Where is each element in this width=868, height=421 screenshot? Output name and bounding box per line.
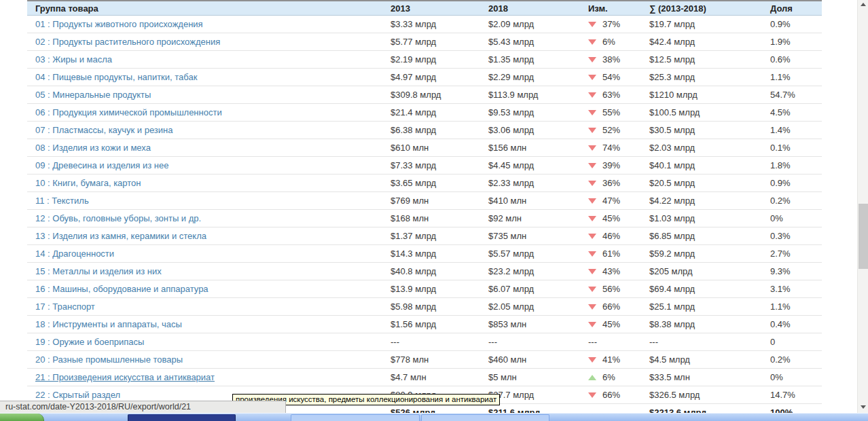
share-cell: 2.7% <box>770 245 822 263</box>
change-down-icon <box>588 57 596 62</box>
group-link[interactable]: 19 : Оружие и боеприпасы <box>35 337 144 347</box>
value-2018-cell: $3.06 млрд <box>488 122 588 139</box>
group-link[interactable]: 11 : Текстиль <box>35 196 89 206</box>
table-body: 01 : Продукты животного происхождения$3.… <box>27 16 822 404</box>
group-link[interactable]: 01 : Продукты животного происхождения <box>35 19 203 29</box>
change-cell: 47% <box>588 192 649 210</box>
table-row: 02 : Продукты растительного происхождени… <box>27 33 822 51</box>
group-cell: 14 : Драгоценности <box>27 245 391 263</box>
table-row: 06 : Продукция химической промышленности… <box>27 104 822 122</box>
sum-cell: $40.1 млрд <box>649 157 770 175</box>
group-link[interactable]: 10 : Книги, бумага, картон <box>35 178 141 188</box>
group-cell: 18 : Инструменты и аппараты, часы <box>27 316 391 333</box>
group-cell: 16 : Машины, оборудование и аппаратура <box>27 280 391 298</box>
change-value: 46% <box>602 231 620 241</box>
table-row: 01 : Продукты животного происхождения$3.… <box>27 16 822 33</box>
share-cell: 0.2% <box>770 192 822 210</box>
change-value: 38% <box>602 54 620 65</box>
change-down-icon <box>588 92 596 98</box>
group-cell: 02 : Продукты растительного происхождени… <box>27 33 391 51</box>
table-row: 09 : Древесина и изделия из нее$7.33 млр… <box>27 157 822 175</box>
change-cell: 74% <box>588 139 649 157</box>
group-link[interactable]: 18 : Инструменты и аппараты, часы <box>35 319 182 329</box>
group-link[interactable]: 09 : Древесина и изделия из нее <box>35 160 169 170</box>
change-value: 45% <box>602 319 620 329</box>
sum-cell: $12.5 млрд <box>649 51 770 69</box>
group-cell: 06 : Продукция химической промышленности <box>27 104 391 122</box>
value-2018-cell: $5.43 млрд <box>488 33 588 51</box>
taskbar-task-button[interactable] <box>291 414 420 421</box>
group-cell: 15 : Металлы и изделия из них <box>27 263 391 280</box>
status-url: ru-stat.com/date-Y2013-2018/RU/export/wo… <box>5 402 191 411</box>
value-2018-cell: $2.29 млрд <box>488 69 588 86</box>
group-link[interactable]: 02 : Продукты растительного происхождени… <box>35 37 220 47</box>
sum-cell: $19.7 млрд <box>649 16 770 33</box>
change-value: 74% <box>602 143 620 153</box>
sum-cell: --- <box>649 333 770 351</box>
taskbar-active-task-button[interactable] <box>128 414 236 421</box>
table-row: 20 : Разные промышленные товары$778 млн$… <box>27 351 822 369</box>
group-link[interactable]: 05 : Минеральные продукты <box>35 90 151 100</box>
value-2013-cell: $4.7 млн <box>391 369 488 386</box>
group-link[interactable]: 22 : Скрытый раздел <box>35 390 120 400</box>
group-link[interactable]: 06 : Продукция химической промышленности <box>35 107 222 117</box>
share-cell: 1.1% <box>770 69 822 86</box>
group-link[interactable]: 20 : Разные промышленные товары <box>35 354 183 365</box>
taskbar-start-button[interactable] <box>0 414 44 421</box>
change-value: 56% <box>602 284 620 294</box>
sum-cell: $2.03 млрд <box>649 139 770 157</box>
share-cell: 0% <box>770 369 822 386</box>
group-link[interactable]: 17 : Транспорт <box>35 301 95 312</box>
group-link[interactable]: 08 : Изделия из кожи и меха <box>35 143 151 153</box>
value-2013-cell: $14.3 млрд <box>391 245 488 263</box>
value-2018-cell: $2.33 млрд <box>488 175 588 192</box>
group-link[interactable]: 16 : Машины, оборудование и аппаратура <box>35 284 209 294</box>
change-down-icon <box>588 216 596 221</box>
scroll-down-arrow-icon[interactable] <box>861 405 866 409</box>
table-row: 04 : Пищевые продукты, напитки, табак$4.… <box>27 69 822 86</box>
value-2013-cell: $3.33 млрд <box>391 16 488 33</box>
share-cell: 0.4% <box>770 316 822 333</box>
sum-cell: $4.22 млрд <box>649 192 770 210</box>
change-down-icon <box>588 392 596 398</box>
change-down-icon <box>588 287 596 292</box>
change-down-icon <box>588 145 596 151</box>
value-2018-cell: $4.45 млрд <box>488 157 588 175</box>
change-cell: 6% <box>588 33 649 51</box>
vertical-scrollbar[interactable] <box>857 0 868 413</box>
group-link[interactable]: 15 : Металлы и изделия из них <box>35 266 162 276</box>
group-cell: 07 : Пластмассы, каучук и резина <box>27 122 391 139</box>
value-2018-cell: $5.57 млрд <box>488 245 588 263</box>
value-2013-cell: $1.37 млрд <box>391 227 488 245</box>
sum-cell: $20.5 млрд <box>649 175 770 192</box>
value-2018-cell: $5 млн <box>488 369 588 386</box>
scroll-up-arrow-icon[interactable] <box>861 3 866 6</box>
change-cell: 46% <box>588 227 649 245</box>
group-link[interactable]: 14 : Драгоценности <box>35 249 114 259</box>
table-row: 10 : Книги, бумага, картон$3.65 млрд$2.3… <box>27 175 822 192</box>
group-link[interactable]: 03 : Жиры и масла <box>35 54 112 65</box>
change-value: 41% <box>602 354 620 365</box>
table-row: 11 : Текстиль$769 млн$410 млн47%$4.22 мл… <box>27 192 822 210</box>
group-link[interactable]: 12 : Обувь, головные уборы, зонты и др. <box>35 213 201 223</box>
change-value: 6% <box>602 37 615 47</box>
value-2013-cell: $778 млн <box>391 351 488 369</box>
table-row: 17 : Транспорт$5.98 млрд$2.05 млрд66%$25… <box>27 298 822 316</box>
group-link[interactable]: 13 : Изделия из камня, керамики и стекла <box>35 231 206 241</box>
group-link[interactable]: 21 : Произведения искусства и антиквариа… <box>35 372 215 382</box>
scrollbar-thumb[interactable] <box>858 204 868 269</box>
share-cell: 3.1% <box>770 280 822 298</box>
taskbar-task-button[interactable] <box>421 414 549 421</box>
value-2013-cell: $40.8 млрд <box>391 263 488 280</box>
status-bar: ru-stat.com/date-Y2013-2018/RU/export/wo… <box>0 401 286 413</box>
value-2018-cell: $113.9 млрд <box>488 86 588 104</box>
export-table: Группа товара 2013 2018 Изм. ∑ (2013-201… <box>27 0 822 420</box>
value-2013-cell: $1.56 млрд <box>391 316 488 333</box>
sum-cell: $25.1 млрд <box>649 298 770 316</box>
group-link[interactable]: 04 : Пищевые продукты, напитки, табак <box>35 72 197 82</box>
group-cell: 10 : Книги, бумага, картон <box>27 175 391 192</box>
group-link[interactable]: 07 : Пластмассы, каучук и резина <box>35 125 173 135</box>
share-cell: 9.3% <box>770 263 822 280</box>
sum-cell: $59.2 млрд <box>649 245 770 263</box>
value-2018-cell: $410 млн <box>488 192 588 210</box>
